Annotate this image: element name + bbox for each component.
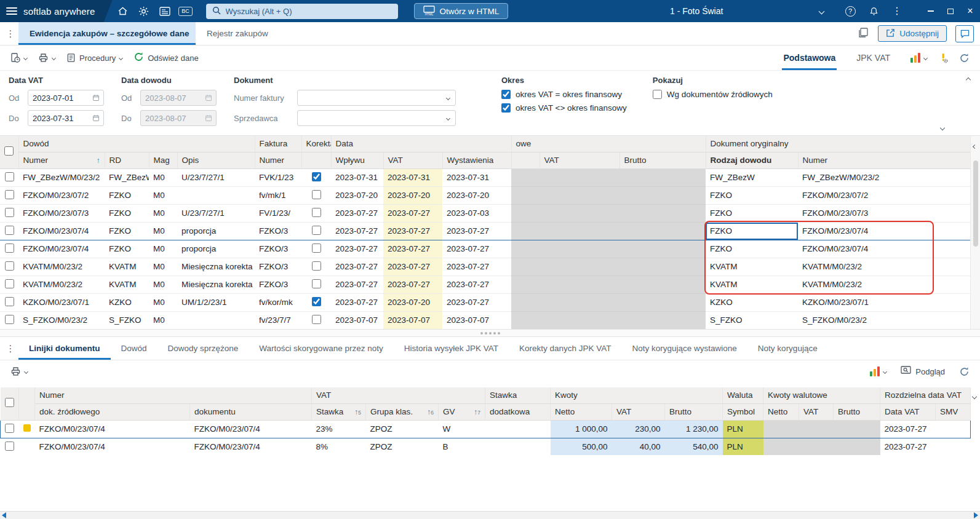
cell-numer-oryginalny[interactable]: KZKO/M0/23/07/1	[798, 293, 970, 311]
cell-opis[interactable]: Miesięczna korekta	[177, 258, 255, 275]
col-w-vat[interactable]: VAT	[799, 403, 834, 420]
cell-stawka[interactable]: 23%	[312, 420, 366, 438]
cell-faktura-numer[interactable]: fv/kor/mk	[255, 293, 301, 311]
cell-wplywu[interactable]: 2023-07-27	[331, 204, 383, 222]
row-select-checkbox[interactable]	[5, 442, 14, 451]
home-icon[interactable]	[113, 2, 133, 20]
document-row[interactable]: KZKO/M0/23/07/1KZKOM0UM/1/2/23/1fv/kor/m…	[0, 293, 970, 311]
cell-faktura-numer[interactable]: FZKO/3	[255, 275, 301, 293]
cell-rodzaj-dowodu[interactable]: FZKO	[706, 186, 798, 204]
print-button[interactable]	[7, 364, 31, 379]
data-vat-do-field[interactable]	[28, 110, 104, 126]
col-data-vat[interactable]: VAT	[383, 152, 442, 168]
select-all-checkbox[interactable]	[5, 398, 14, 407]
scroll-right-arrow[interactable]	[974, 512, 978, 518]
col-numer[interactable]: Numer↑	[18, 152, 105, 168]
cell-numer[interactable]: FZKO/M0/23/07/4	[18, 222, 105, 240]
tab-dowod[interactable]: Dowód	[111, 337, 157, 360]
col-smv[interactable]: SMV	[936, 403, 971, 420]
refresh-view-button[interactable]	[956, 50, 973, 66]
cell-numer-oryginalny[interactable]: KVATM/M0/23/2	[798, 275, 970, 293]
col-korekta[interactable]	[301, 152, 331, 168]
cell-rodzaj-dowodu[interactable]: KVATM	[706, 275, 798, 293]
cell-rd[interactable]: S_FZKO	[105, 311, 149, 329]
cell-rd[interactable]: KVATM	[105, 258, 149, 275]
col-rd[interactable]: RD	[105, 152, 149, 168]
chart-button[interactable]	[867, 364, 890, 379]
splitter-handle[interactable]	[0, 329, 980, 337]
cell-rodzaj-dowodu[interactable]: FZKO	[706, 204, 798, 222]
cell-numer-oryginalny[interactable]: KVATM/M0/23/2	[798, 258, 970, 275]
cell-symbol[interactable]: PLN	[723, 438, 763, 455]
korekta-checkbox[interactable]	[312, 315, 321, 324]
cell-dokumentu[interactable]: FZKO/M0/23/07/4	[190, 420, 312, 438]
cell-opis[interactable]: proporcja	[177, 240, 255, 258]
col-vat[interactable]: VAT	[612, 403, 665, 420]
cell-wystawienia[interactable]: 2023-07-03	[442, 204, 511, 222]
report-button[interactable]	[7, 50, 30, 65]
cell-smv[interactable]	[936, 438, 971, 455]
colgroup-dokument-oryginalny[interactable]: Dokument oryginalny	[706, 136, 970, 152]
dashboard-icon[interactable]	[133, 2, 154, 20]
select-all-cell[interactable]	[0, 136, 18, 168]
cell-wplywu[interactable]: 2023-07-27	[331, 240, 383, 258]
tab-rejestr-zakupow[interactable]: Rejestr zakupów	[196, 22, 279, 45]
horizontal-scrollbar[interactable]	[0, 511, 980, 519]
cell-numer[interactable]: FZKO/M0/23/07/4	[18, 240, 105, 258]
wg-dokumentow-option[interactable]: Wg dokumentów źródłowych	[653, 90, 773, 99]
row-select-cell[interactable]	[1, 420, 19, 438]
cell-netto[interactable]: 1 000,00	[551, 420, 612, 438]
colgroup-kwoty[interactable]: Kwoty	[551, 387, 723, 403]
col-wystawienia[interactable]: Wystawienia	[442, 152, 511, 168]
procedures-button[interactable]: Procedury	[63, 50, 125, 65]
calendar-icon[interactable]	[93, 114, 99, 122]
cell-vat[interactable]: 230,00	[612, 420, 665, 438]
cell-korekta[interactable]	[301, 311, 331, 329]
help-icon[interactable]: ?	[840, 2, 861, 20]
cell-opis[interactable]: U/23/7/27/1	[177, 204, 255, 222]
cell-rd[interactable]: FZKO	[105, 204, 149, 222]
cell-opis[interactable]: U/23/7/27/1	[177, 168, 255, 186]
cell-data-vat[interactable]: 2023-07-27	[383, 240, 442, 258]
row-select-checkbox[interactable]	[5, 208, 14, 217]
data-vat-od-input[interactable]	[33, 93, 89, 103]
colgroup-korekta[interactable]: Korekta	[301, 136, 331, 152]
print-button[interactable]	[35, 50, 58, 65]
cell-mag[interactable]: M0	[149, 258, 177, 275]
pages-icon[interactable]	[858, 28, 869, 40]
more-options-icon[interactable]: ⋮	[886, 2, 907, 20]
cell-rodzaj-dowodu[interactable]: FW_ZBezW	[706, 168, 798, 186]
colgroup-rozdzielna-data-vat[interactable]: Rozdzielna data VAT	[880, 387, 971, 403]
tab-dowody-sprzezone[interactable]: Dowody sprzężone	[157, 337, 249, 360]
col-data-vat[interactable]: Data VAT	[880, 403, 936, 420]
row-select-checkbox[interactable]	[5, 279, 14, 288]
cell-data-vat[interactable]: 2023-07-07	[383, 311, 442, 329]
document-row[interactable]: FZKO/M0/23/07/4FZKOM0proporcjaFZKO/32023…	[0, 240, 970, 258]
document-row[interactable]: KVATM/M0/23/2KVATMM0Miesięczna korektaFZ…	[0, 275, 970, 293]
cell-numer-oryginalny[interactable]: FZKO/M0/23/07/4	[798, 240, 970, 258]
document-row[interactable]: FW_ZBezW/M0/23/2FW_ZBezWM0U/23/7/27/1FVK…	[0, 168, 970, 186]
cell-rd[interactable]: KVATM	[105, 275, 149, 293]
cell-wystawienia[interactable]: 2023-07-27	[442, 293, 511, 311]
tab-korekty-danych[interactable]: Korekty danych JPK VAT	[509, 337, 622, 360]
col-mag[interactable]: Mag	[149, 152, 177, 168]
cell-mag[interactable]: M0	[149, 204, 177, 222]
tab-historia-wysylek[interactable]: Historia wysyłek JPK VAT	[394, 337, 509, 360]
cell-numer[interactable]: FZKO/M0/23/07/3	[18, 204, 105, 222]
cell-wystawienia[interactable]: 2023-07-27	[442, 240, 511, 258]
line-row[interactable]: FZKO/M0/23/07/4FZKO/M0/23/07/423%ZPOZW1 …	[1, 420, 971, 438]
col-symbol[interactable]: Symbol	[723, 403, 763, 420]
okres-equal-checkbox[interactable]	[501, 90, 511, 99]
bc-icon[interactable]: BC	[175, 2, 196, 20]
cell-gv[interactable]: B	[439, 438, 485, 455]
share-button[interactable]: Udostępnij	[878, 25, 947, 42]
cell-wystawienia[interactable]: 2023-07-07	[442, 311, 511, 329]
cell-mag[interactable]: M0	[149, 311, 177, 329]
col-brutto[interactable]: Brutto	[665, 403, 723, 420]
col-w-netto[interactable]: Netto	[763, 403, 799, 420]
notifications-icon[interactable]	[863, 2, 884, 20]
cell-rd[interactable]: FW_ZBezW	[105, 168, 149, 186]
cell-numer[interactable]: KVATM/M0/23/2	[18, 275, 105, 293]
select-all-checkbox[interactable]	[4, 146, 14, 156]
cell-numer[interactable]: KZKO/M0/23/07/1	[18, 293, 105, 311]
